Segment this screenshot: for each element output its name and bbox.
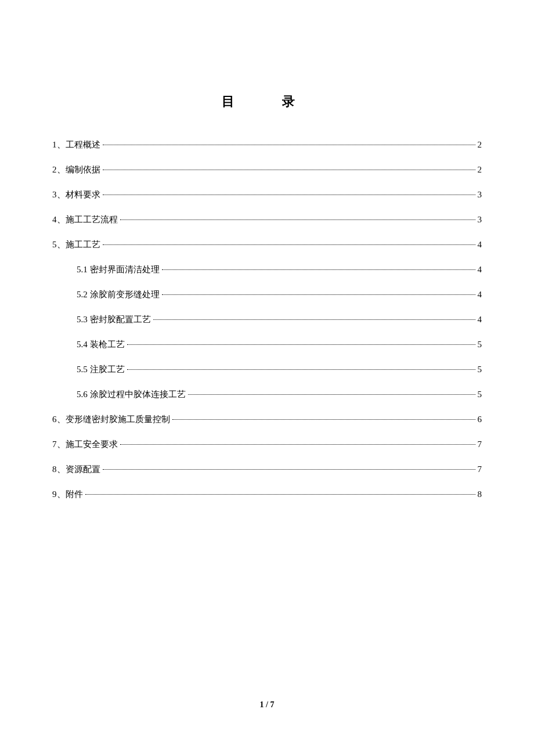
toc-leader-dots [103,244,475,245]
toc-label: 5.5 注胶工艺 [77,364,125,375]
toc-leader-dots [162,294,475,295]
toc-label: 6、变形缝密封胶施工质量控制 [52,414,170,425]
toc-label: 9、附件 [52,489,83,500]
toc-label: 4、施工工艺流程 [52,214,118,225]
toc-label: 5.6 涂胶过程中胶体连接工艺 [77,389,186,400]
toc-label: 5.1 密封界面清洁处理 [77,264,160,275]
toc-page-number: 4 [478,265,482,275]
toc-label: 2、编制依据 [52,164,100,175]
toc-sub-entry: 5.6 涂胶过程中胶体连接工艺 5 [52,389,482,400]
toc-sub-entry: 5.3 密封胶配置工艺 4 [52,314,482,325]
toc-leader-dots [172,419,475,420]
toc-sub-entry: 5.2 涂胶前变形缝处理 4 [52,289,482,300]
toc-label: 3、材料要求 [52,189,100,200]
toc-leader-dots [103,170,475,170]
toc-label: 5.2 涂胶前变形缝处理 [77,289,160,300]
toc-entry: 3、材料要求 3 [52,189,482,200]
document-title: 目 录 [52,93,482,110]
toc-page-number: 4 [478,240,482,250]
toc-leader-dots [120,219,475,220]
toc-page-number: 3 [478,190,482,200]
toc-sub-entry: 5.5 注胶工艺 5 [52,364,482,375]
toc-leader-dots [153,319,475,320]
toc-leader-dots [103,145,475,145]
toc-page-number: 3 [478,215,482,225]
toc-page-number: 7 [478,440,482,449]
toc-entry: 8、资源配置 7 [52,464,482,475]
toc-leader-dots [103,195,475,195]
toc-page-number: 8 [478,489,482,499]
table-of-contents: 1、工程概述 2 2、编制依据 2 3、材料要求 3 4、施工工艺流程 3 5、… [52,139,482,500]
toc-label: 5.3 密封胶配置工艺 [77,314,151,325]
toc-page-number: 5 [478,390,482,399]
toc-entry: 1、工程概述 2 [52,139,482,150]
toc-entry: 5、施工工艺 4 [52,239,482,250]
toc-page-number: 2 [478,140,482,150]
toc-page-number: 4 [478,315,482,325]
toc-page-number: 5 [478,365,482,375]
toc-label: 1、工程概述 [52,139,100,150]
toc-page-number: 5 [478,340,482,350]
toc-label: 5、施工工艺 [52,239,100,250]
toc-leader-dots [127,369,475,370]
toc-entry: 4、施工工艺流程 3 [52,214,482,225]
toc-leader-dots [120,444,475,445]
toc-entry: 7、施工安全要求 7 [52,439,482,450]
toc-page-number: 2 [478,165,482,175]
toc-leader-dots [103,469,475,470]
toc-leader-dots [85,494,475,495]
toc-sub-entry: 5.1 密封界面清洁处理 4 [52,264,482,275]
toc-sub-entry: 5.4 装枪工艺 5 [52,339,482,350]
toc-entry: 2、编制依据 2 [52,164,482,175]
page-footer: 1 / 7 [0,700,534,710]
toc-label: 8、资源配置 [52,464,100,475]
toc-leader-dots [162,269,475,270]
toc-entry: 9、附件 8 [52,489,482,500]
toc-label: 7、施工安全要求 [52,439,118,450]
toc-page-number: 6 [478,415,482,424]
toc-label: 5.4 装枪工艺 [77,339,125,350]
toc-page-number: 7 [478,465,482,474]
toc-leader-dots [127,344,475,345]
toc-entry: 6、变形缝密封胶施工质量控制 6 [52,414,482,425]
toc-leader-dots [188,394,475,395]
toc-page-number: 4 [478,290,482,300]
